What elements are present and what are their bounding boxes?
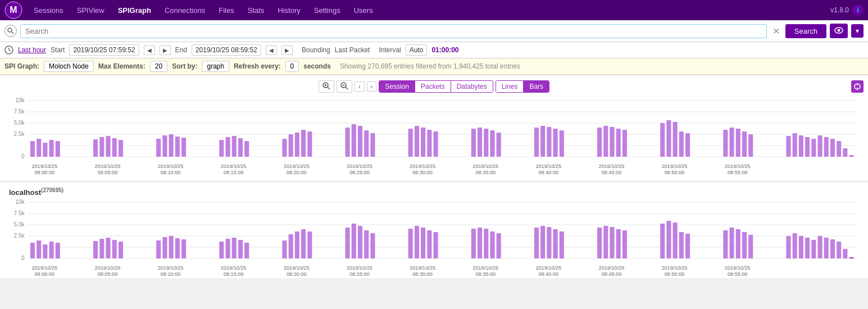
svg-rect-174 bbox=[490, 231, 494, 258]
zoom-out-button[interactable] bbox=[337, 80, 352, 93]
svg-rect-138 bbox=[43, 244, 47, 258]
tab-session[interactable]: Session bbox=[379, 81, 415, 92]
svg-rect-89 bbox=[748, 134, 753, 157]
end-time-value[interactable]: 2019/10/25 08:59:52 bbox=[192, 44, 261, 56]
svg-rect-182 bbox=[603, 226, 608, 258]
svg-rect-203 bbox=[830, 239, 835, 258]
svg-rect-180 bbox=[560, 231, 564, 258]
svg-rect-156 bbox=[282, 240, 287, 258]
nav-spiview[interactable]: SPIView bbox=[70, 2, 111, 19]
svg-line-8 bbox=[9, 50, 11, 51]
svg-rect-44 bbox=[181, 138, 186, 157]
svg-text:2019/10/25: 2019/10/25 bbox=[221, 265, 247, 271]
svg-rect-150 bbox=[181, 239, 186, 258]
sort-by-value[interactable]: graph bbox=[202, 61, 229, 72]
svg-rect-153 bbox=[232, 238, 237, 258]
end-label: End bbox=[175, 46, 187, 54]
time-preset-button[interactable]: Last hour bbox=[18, 46, 46, 54]
svg-rect-197 bbox=[793, 233, 797, 258]
chart-prev-button[interactable]: ‹ bbox=[355, 81, 365, 92]
host-count: (270695) bbox=[41, 187, 63, 193]
nav-spigraph[interactable]: SPIGraph bbox=[111, 2, 158, 19]
nav-users[interactable]: Users bbox=[347, 2, 380, 19]
svg-rect-58 bbox=[364, 130, 369, 157]
spi-graph-value[interactable]: Moloch Node bbox=[44, 61, 94, 72]
svg-rect-172 bbox=[478, 228, 482, 258]
refresh-value[interactable]: 0 bbox=[285, 61, 299, 72]
svg-text:0: 0 bbox=[21, 255, 25, 261]
svg-rect-141 bbox=[93, 241, 98, 258]
nav-sessions[interactable]: Sessions bbox=[27, 2, 70, 19]
svg-text:2019/10/25: 2019/10/25 bbox=[221, 163, 247, 169]
clear-search-button[interactable]: ✕ bbox=[770, 26, 782, 37]
main-chart-section: ‹ › Session Packets Databytes Lines Bars… bbox=[0, 76, 868, 181]
svg-rect-50 bbox=[282, 139, 287, 157]
svg-rect-137 bbox=[37, 240, 41, 258]
max-elements-value[interactable]: 20 bbox=[150, 61, 167, 72]
chart-tab-group: Session Packets Databytes bbox=[379, 80, 493, 93]
zoom-in-button[interactable] bbox=[319, 80, 334, 93]
svg-text:2.5k: 2.5k bbox=[13, 131, 25, 137]
svg-text:2019/10/25: 2019/10/25 bbox=[725, 265, 751, 271]
eye-button[interactable] bbox=[830, 24, 848, 38]
svg-text:08:00:00: 08:00:00 bbox=[35, 271, 55, 277]
info-icon[interactable]: i bbox=[852, 4, 864, 16]
svg-rect-74 bbox=[560, 130, 564, 157]
host-section-title: localhost(270695) bbox=[4, 185, 864, 197]
search-button[interactable]: Search bbox=[785, 24, 826, 38]
svg-text:08:35:00: 08:35:00 bbox=[475, 170, 496, 175]
nav-stats[interactable]: Stats bbox=[241, 2, 271, 19]
dropdown-button[interactable]: ▾ bbox=[851, 24, 864, 38]
interval-value[interactable]: Auto bbox=[406, 44, 428, 56]
svg-text:08:10:00: 08:10:00 bbox=[161, 170, 181, 175]
svg-text:08:35:00: 08:35:00 bbox=[475, 271, 496, 277]
end-prev-button[interactable]: ◀ bbox=[266, 46, 277, 55]
svg-text:M: M bbox=[10, 5, 17, 15]
svg-rect-100 bbox=[849, 155, 854, 157]
start-prev-button[interactable]: ◀ bbox=[144, 46, 155, 55]
svg-rect-91 bbox=[793, 133, 797, 157]
svg-text:08:50:00: 08:50:00 bbox=[665, 170, 685, 175]
start-time-value[interactable]: 2019/10/25 07:59:52 bbox=[69, 44, 139, 56]
svg-rect-147 bbox=[162, 237, 167, 258]
svg-rect-80 bbox=[660, 123, 665, 157]
tab-packets[interactable]: Packets bbox=[415, 81, 451, 92]
svg-rect-205 bbox=[843, 249, 847, 258]
svg-rect-152 bbox=[225, 239, 230, 258]
svg-rect-55 bbox=[346, 128, 350, 157]
nav-settings[interactable]: Settings bbox=[307, 2, 347, 19]
svg-rect-179 bbox=[553, 229, 558, 258]
svg-rect-83 bbox=[679, 131, 684, 157]
svg-line-14 bbox=[346, 87, 348, 89]
svg-text:2019/10/25: 2019/10/25 bbox=[472, 163, 498, 169]
svg-text:08:05:00: 08:05:00 bbox=[98, 271, 118, 277]
svg-text:2019/10/25: 2019/10/25 bbox=[472, 265, 498, 271]
search-icon bbox=[4, 25, 17, 37]
nav-connections[interactable]: Connections bbox=[158, 2, 212, 19]
svg-text:2019/10/25: 2019/10/25 bbox=[347, 265, 372, 271]
svg-rect-159 bbox=[301, 229, 306, 258]
svg-text:08:30:00: 08:30:00 bbox=[412, 271, 433, 277]
svg-rect-56 bbox=[352, 124, 356, 157]
start-next-button[interactable]: ▶ bbox=[160, 46, 171, 55]
corner-settings-icon[interactable] bbox=[851, 80, 864, 93]
svg-rect-151 bbox=[219, 242, 224, 258]
svg-rect-60 bbox=[408, 129, 413, 157]
chart-next-button[interactable]: › bbox=[367, 81, 377, 92]
tab-bars[interactable]: Bars bbox=[524, 81, 549, 92]
end-next-button[interactable]: ▶ bbox=[281, 46, 293, 55]
svg-rect-177 bbox=[540, 226, 545, 258]
svg-rect-64 bbox=[433, 131, 438, 157]
app-logo: M bbox=[4, 1, 22, 19]
tab-databytes[interactable]: Databytes bbox=[451, 81, 493, 92]
svg-rect-140 bbox=[56, 243, 60, 258]
max-elements-label: Max Elements: bbox=[98, 62, 146, 70]
nav-files[interactable]: Files bbox=[212, 2, 240, 19]
svg-rect-73 bbox=[553, 129, 558, 157]
tab-lines[interactable]: Lines bbox=[496, 81, 524, 92]
nav-history[interactable]: History bbox=[271, 2, 307, 19]
svg-rect-201 bbox=[817, 236, 822, 258]
search-input[interactable] bbox=[20, 24, 767, 38]
svg-rect-155 bbox=[244, 243, 249, 258]
svg-rect-192 bbox=[729, 228, 734, 258]
